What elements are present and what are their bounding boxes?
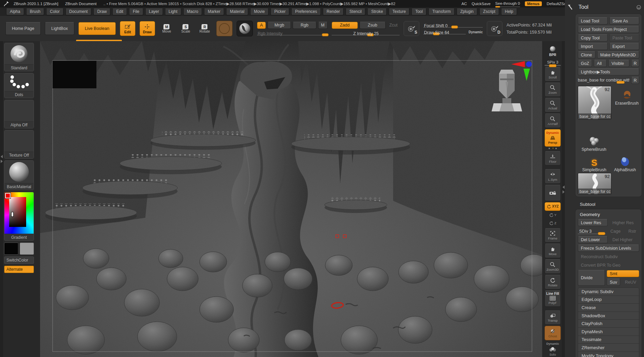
scroll-button[interactable]: Scroll — [545, 67, 561, 82]
home-page-button[interactable]: Home Page — [5, 22, 41, 35]
divide-button[interactable]: Divide — [578, 270, 605, 286]
menu-zplugin[interactable]: Zplugin — [457, 8, 477, 15]
rgb-button[interactable]: Rgb — [293, 22, 316, 29]
spix-slider[interactable]: SPix 3 — [545, 60, 561, 66]
floor-axis-toggles[interactable] — [545, 147, 560, 150]
menus-toggle-button[interactable]: Menus — [525, 1, 542, 6]
zadd-button[interactable]: Zadd — [332, 22, 358, 29]
menu-transform[interactable]: Transform — [428, 8, 454, 15]
local-symmetry-button[interactable]: L.Sym — [545, 169, 561, 184]
solo-button[interactable]: Solo — [545, 345, 560, 357]
save-as-button[interactable]: Save As — [609, 17, 639, 24]
clone-button[interactable]: Clone — [578, 51, 595, 58]
gradient-color-picker[interactable] — [4, 192, 34, 234]
depth-settings-button[interactable]: D — [487, 21, 502, 36]
palette-pin-icon[interactable] — [636, 5, 641, 10]
store-camera-button[interactable] — [545, 185, 561, 201]
lightbox-tools-button[interactable]: Lightbox▶Tools — [578, 68, 639, 75]
persp-button[interactable]: Dynamic Persp — [545, 129, 561, 147]
move-3d-button[interactable]: Move — [545, 244, 561, 258]
switch-color-button[interactable]: SwitchColor — [4, 256, 34, 264]
del-higher-button[interactable]: Del Higher — [609, 236, 639, 243]
document-canvas[interactable] — [40, 41, 542, 357]
current-stroke-item[interactable]: Dots — [4, 73, 34, 98]
main-color-swatch[interactable] — [4, 243, 18, 255]
quicksave-button[interactable]: QuickSave — [472, 2, 491, 6]
del-lower-button[interactable]: Del Lower — [578, 236, 608, 243]
goz-all-button[interactable]: All — [594, 60, 607, 67]
current-brush-item[interactable]: Standard — [4, 43, 34, 71]
lower-res-button[interactable]: Lower Res — [578, 219, 608, 226]
menu-texture[interactable]: Texture — [389, 8, 409, 15]
section-dynamic-subdiv[interactable]: Dynamic Subdiv — [578, 288, 639, 296]
menu-layer[interactable]: Layer — [145, 8, 163, 15]
live-boolean-button[interactable]: Live Boolean — [78, 22, 116, 35]
menu-preferences[interactable]: Preferences — [291, 8, 321, 15]
rotate-z-button[interactable]: Z — [545, 219, 560, 227]
current-brush-preview[interactable] — [216, 21, 233, 36]
section-edgeloop[interactable]: EdgeLoop — [578, 296, 639, 304]
tool-item-alphabrush[interactable]: AlphaBrush — [611, 153, 639, 173]
paste-tool-button[interactable]: Paste Tool — [609, 34, 639, 41]
current-material-preview[interactable] — [237, 21, 253, 36]
tool-item-spherebrush[interactable]: SphereBrush — [578, 120, 610, 153]
import-button[interactable]: Import — [578, 43, 608, 50]
menu-edit[interactable]: Edit — [112, 8, 127, 15]
copy-tool-button[interactable]: Copy Tool — [578, 34, 608, 41]
tool-item-simplebrush[interactable]: S SimpleBrush — [578, 153, 611, 173]
draw-mode-button[interactable]: Draw — [140, 21, 155, 36]
lightbox-button[interactable]: LightBox — [45, 22, 74, 35]
section-tessimate[interactable]: Tessimate — [578, 336, 639, 344]
reuv-button[interactable]: ReUV — [622, 279, 639, 286]
menu-marker[interactable]: Marker — [204, 8, 224, 15]
menu-zscript[interactable]: Zscript — [479, 8, 499, 15]
bpr-button[interactable]: BPR — [545, 44, 560, 58]
tool-item-eraserbrush[interactable]: EraserBrush — [611, 86, 643, 106]
load-tools-from-project-button[interactable]: Load Tools From Project — [578, 26, 639, 33]
menu-picker[interactable]: Picker — [271, 8, 289, 15]
m-button[interactable]: M — [318, 22, 328, 29]
higher-res-button[interactable]: Higher Res — [609, 219, 639, 226]
menu-draw[interactable]: Draw — [93, 8, 110, 15]
actual-size-button[interactable]: Actual — [545, 98, 561, 112]
smt-toggle[interactable]: Smt — [607, 270, 639, 277]
stroke-settings-button[interactable]: S — [404, 21, 419, 36]
secondary-color-swatch[interactable] — [20, 243, 34, 255]
export-button[interactable]: Export — [609, 43, 639, 50]
goz-visible-button[interactable]: Visible — [608, 60, 629, 67]
section-zremesher[interactable]: ZRemesher — [578, 344, 639, 352]
zsub-button[interactable]: Zsub — [360, 22, 386, 29]
menu-stroke[interactable]: Stroke — [367, 8, 387, 15]
ac-button[interactable]: AC — [461, 2, 467, 6]
section-shadowbox[interactable]: ShadowBox — [578, 312, 639, 320]
reconstruct-subdiv-button[interactable]: Reconstruct Subdiv — [578, 253, 639, 260]
freeze-subdivision-button[interactable]: Freeze SubDivision Levels — [578, 245, 639, 252]
sdiv-slider[interactable]: SDiv 3 — [578, 228, 606, 235]
edit-mode-button[interactable]: Edit — [120, 21, 135, 36]
current-texture-item[interactable]: Texture Off — [4, 130, 34, 159]
menu-file[interactable]: File — [129, 8, 143, 15]
tool-r-button[interactable]: R — [631, 77, 639, 84]
section-crease[interactable]: Crease — [578, 304, 639, 312]
draw-size-slider[interactable]: Draw Size 64 — [423, 29, 466, 35]
move-mode-button[interactable]: M Move — [159, 21, 174, 36]
menu-help[interactable]: Help — [501, 8, 517, 15]
alternate-button[interactable]: Alternate — [4, 266, 34, 273]
scale-mode-button[interactable]: S Scale — [178, 21, 193, 36]
make-polymesh3d-button[interactable]: Make PolyMesh3D — [597, 51, 639, 58]
section-claypolish[interactable]: ClayPolish — [578, 320, 639, 328]
load-tool-button[interactable]: Load Tool — [578, 17, 608, 24]
a-button[interactable]: A — [257, 22, 266, 29]
tool-name-slider[interactable]: base_base for combine with b — [578, 77, 629, 84]
zoom-button[interactable]: Zoom — [545, 83, 561, 97]
zoom3d-button[interactable]: Zoom3D — [545, 259, 561, 274]
polyframe-button[interactable]: Line Fill PolyF — [545, 290, 561, 307]
rotate-mode-button[interactable]: R Rotate — [197, 21, 212, 36]
mrgb-button[interactable]: Mrgb — [268, 22, 291, 29]
section-modify-topology[interactable]: Modify Topology — [578, 352, 639, 357]
previous-tool-thumbnail[interactable]: 92 base_base for cc — [578, 173, 611, 195]
geometry-section-header[interactable]: Geometry — [578, 211, 639, 218]
transp-button[interactable]: Transp — [545, 310, 561, 325]
left-tray-divider[interactable] — [0, 41, 3, 357]
aahalf-button[interactable]: AAHalf — [545, 113, 561, 128]
